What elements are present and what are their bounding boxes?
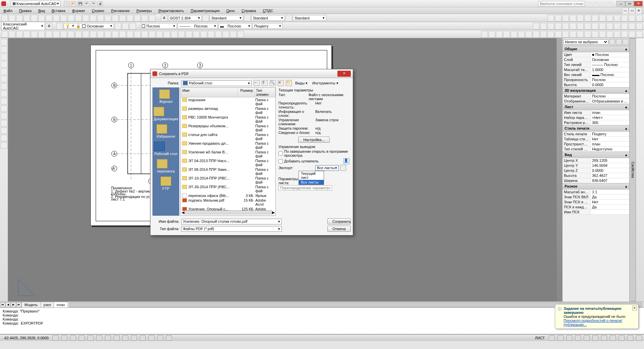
prop-value[interactable]: Да [591, 195, 629, 199]
plotstyle-select[interactable]: Поцвету▾ [253, 23, 283, 29]
sb-ws[interactable] [601, 335, 607, 341]
prop-value[interactable]: <Нет> [591, 115, 629, 120]
props-section-head[interactable]: Общие▴ [563, 46, 629, 52]
prop-value[interactable]: 1:1 [591, 190, 629, 194]
prop-value[interactable] [591, 210, 629, 214]
props-section-head[interactable]: Вид▴ [563, 152, 629, 158]
layer-select[interactable]: 💡 ☀ 🔓 Основная▾ [64, 23, 114, 29]
app-icon[interactable] [1, 1, 6, 6]
prop-row[interactable]: ПрозрачностьПослою [563, 77, 629, 82]
tab-next[interactable]: ▶ [11, 302, 16, 307]
tab-model[interactable]: Модель [21, 302, 41, 308]
search-button[interactable]: 🔍 [270, 80, 276, 86]
export-combo[interactable]: Все листы▾ [315, 165, 339, 171]
spds-b3[interactable] [548, 23, 554, 29]
prop-value[interactable]: Поцвету [591, 132, 629, 136]
tb-ssm[interactable] [127, 15, 133, 21]
properties-tab[interactable]: Свойства [629, 38, 636, 301]
spds-section[interactable] [562, 15, 569, 21]
menu-file[interactable]: Файл [2, 8, 14, 13]
prop-row[interactable]: Высота362.4827 [563, 173, 629, 178]
tb-copy[interactable] [53, 15, 60, 21]
sb-ann2[interactable] [584, 335, 590, 341]
prop-row[interactable]: Центр X289.1205 [563, 158, 629, 163]
draw-btn-08[interactable] [53, 31, 60, 38]
place-desktop[interactable]: Рабочий стол [154, 142, 177, 156]
tb-tp[interactable] [119, 15, 126, 21]
file-row[interactable]: размеры автокадПапка с фай [181, 106, 275, 115]
tablestyle-select[interactable]: Standard▾ [293, 15, 326, 21]
spds-b6[interactable] [570, 23, 576, 29]
sb-ann1[interactable] [575, 335, 581, 341]
prop-row[interactable]: Тип стилей пе...Недоступно [563, 147, 629, 152]
sb-iso[interactable] [627, 335, 633, 341]
draw-btn-31[interactable] [222, 31, 229, 38]
tb-preview[interactable] [31, 15, 38, 21]
prop-value[interactable]: Да [591, 205, 629, 209]
qat-new[interactable]: ▫ [64, 1, 69, 6]
draw-btn-27[interactable] [193, 31, 200, 38]
file-row[interactable]: ЭТ-10-2014-ППР (РВС...Папка с фай [181, 176, 275, 185]
linetype-select[interactable]: ——— Послою▾ [178, 23, 218, 29]
coords-display[interactable]: -62.4425, 289.2828, 0.0000 [2, 336, 50, 340]
color-select[interactable]: Послою▾ [140, 23, 177, 29]
help-icon[interactable] [607, 1, 613, 6]
sb-ortho[interactable] [70, 335, 76, 341]
save-button[interactable]: Сохранить [327, 218, 351, 224]
prop-row[interactable]: Отображение ...Отбрасываемая и ... [563, 99, 629, 104]
draw-btn-10[interactable] [68, 31, 74, 38]
layer-prev[interactable] [115, 23, 121, 29]
prop-value[interactable]: 1.0000 [591, 67, 629, 72]
sb-lwt[interactable] [131, 335, 137, 341]
tab-prev[interactable]: ◀ [5, 302, 11, 307]
dimstyle-select[interactable]: Standard▾ [210, 15, 243, 21]
sb-polar[interactable] [79, 335, 85, 341]
tool-polygon[interactable] [1, 54, 7, 60]
props-section-head[interactable]: Лист▴ [563, 104, 629, 110]
spds-c2[interactable] [489, 31, 495, 38]
spds-b4[interactable] [555, 23, 562, 29]
menu-tools[interactable]: Сервис [90, 8, 106, 13]
open-after-checkbox[interactable]: По завершении открыть в программе просмо… [278, 149, 349, 157]
sb-snap[interactable] [53, 335, 59, 341]
spds-b14[interactable] [629, 23, 635, 29]
prop-row[interactable]: Цвет■ Послою [563, 52, 629, 57]
draw-btn-25[interactable] [178, 31, 185, 38]
draw-btn-33[interactable] [237, 31, 244, 38]
draw-btn-21[interactable] [149, 31, 155, 38]
spds-pos[interactable] [584, 15, 591, 21]
file-row[interactable]: Резервуары объемом...Папка с фай [181, 124, 275, 132]
col-type[interactable]: Тип элемен [255, 88, 275, 97]
prop-value[interactable]: ▬▬ Послою [591, 72, 629, 77]
spds-table[interactable] [614, 15, 621, 21]
spds-b9[interactable] [592, 23, 598, 29]
qat-save[interactable]: 💾 [77, 1, 83, 6]
draw-btn-18[interactable] [127, 31, 133, 38]
spds-c16[interactable] [592, 31, 598, 38]
tb-help[interactable] [149, 15, 155, 21]
file-row[interactable]: РВС 10000 МончегорскПапка с фай [181, 115, 275, 124]
spds-c15[interactable] [584, 31, 591, 38]
delete-button[interactable]: ✕ [278, 80, 284, 86]
prop-value[interactable]: Недоступно [591, 147, 629, 151]
tool-circle[interactable] [1, 76, 7, 82]
file-row[interactable]: подсказкиПапка с фай [181, 97, 275, 106]
spds-c21[interactable] [629, 31, 635, 38]
sb-lock[interactable] [610, 335, 616, 341]
tool-line[interactable] [1, 39, 7, 46]
pickadd-icon[interactable] [616, 39, 622, 45]
tool-arc[interactable] [1, 68, 7, 75]
add-stamp-checkbox[interactable]: Добавить штемпель [278, 159, 319, 163]
prop-value[interactable]: Послою [591, 77, 629, 82]
tab-first[interactable]: ⏮ [0, 302, 5, 307]
tool-region[interactable] [1, 142, 7, 149]
draw-btn-30[interactable] [215, 31, 222, 38]
prop-row[interactable]: Центр Y146.5694 [563, 163, 629, 168]
prop-row[interactable]: Имя листаплан [563, 110, 629, 115]
tb-pan[interactable] [90, 15, 96, 21]
spds-c19[interactable] [614, 31, 621, 38]
tool-hatch[interactable] [1, 98, 7, 104]
draw-btn-32[interactable] [230, 31, 237, 38]
place-fav[interactable]: Избранное [156, 124, 175, 138]
textstyle-icon[interactable]: A [161, 15, 168, 21]
